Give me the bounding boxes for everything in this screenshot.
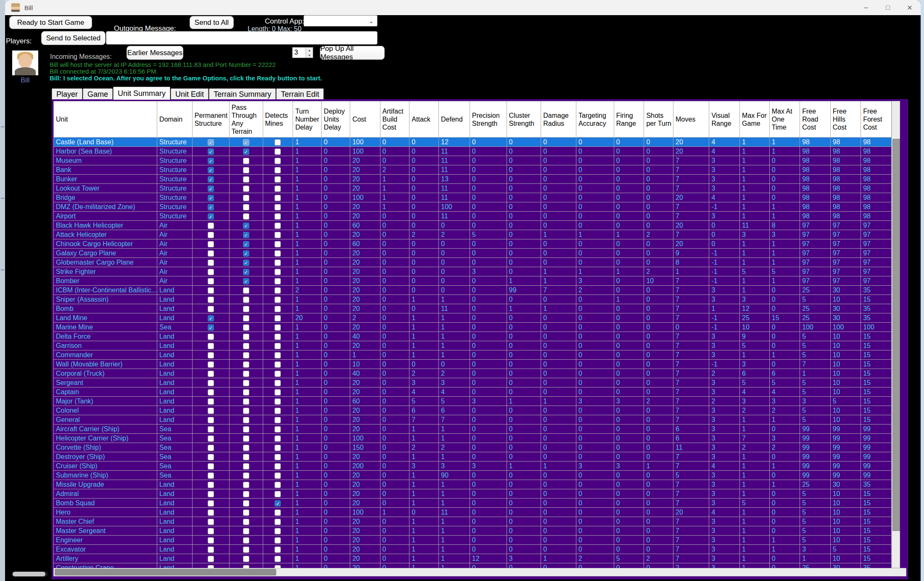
column-header[interactable]: Firing Range xyxy=(614,101,644,138)
checkbox-unchecked-icon[interactable] xyxy=(275,250,281,257)
checkbox-unchecked-icon[interactable] xyxy=(275,158,281,164)
checkbox-unchecked-icon[interactable] xyxy=(243,204,249,210)
checkbox-unchecked-icon[interactable] xyxy=(275,139,281,146)
message-count-stepper[interactable]: 3 ▲ ▼ xyxy=(292,47,313,58)
table-row[interactable]: CommanderLand101011000000731151015 xyxy=(54,350,892,360)
pop-up-all-messages-button[interactable]: Pop Up All Messages xyxy=(320,46,385,60)
checkbox-unchecked-icon[interactable] xyxy=(275,463,281,470)
checkbox-unchecked-icon[interactable] xyxy=(243,509,249,516)
tab-unit-edit[interactable]: Unit Edit xyxy=(171,88,209,100)
checkbox-unchecked-icon[interactable] xyxy=(243,556,249,562)
checkbox-unchecked-icon[interactable] xyxy=(275,167,281,173)
send-to-all-button[interactable]: Send to All xyxy=(190,16,234,29)
checkbox-checked-icon[interactable]: ✓ xyxy=(208,149,214,155)
checkbox-unchecked-icon[interactable] xyxy=(275,371,281,377)
table-row[interactable]: BunkerStructure✓102010130000007310989898 xyxy=(54,175,892,184)
table-row[interactable]: Missile UpgradeLand102001100000073112530… xyxy=(54,480,892,489)
checkbox-unchecked-icon[interactable] xyxy=(243,343,249,349)
checkbox-unchecked-icon[interactable] xyxy=(243,408,249,414)
column-header[interactable]: Permanent Structure xyxy=(192,101,229,138)
checkbox-unchecked-icon[interactable] xyxy=(208,519,214,525)
checkbox-unchecked-icon[interactable] xyxy=(208,380,214,386)
checkbox-unchecked-icon[interactable] xyxy=(275,223,281,229)
checkbox-unchecked-icon[interactable] xyxy=(243,297,249,303)
checkbox-unchecked-icon[interactable] xyxy=(243,213,249,220)
checkbox-unchecked-icon[interactable] xyxy=(275,324,281,331)
checkbox-unchecked-icon[interactable] xyxy=(243,435,249,442)
checkbox-unchecked-icon[interactable] xyxy=(208,565,214,568)
checkbox-unchecked-icon[interactable] xyxy=(208,408,214,414)
checkbox-unchecked-icon[interactable] xyxy=(208,287,214,294)
table-row[interactable]: Delta ForceLand1040011000000739051015 xyxy=(54,332,892,341)
table-row[interactable]: AdmiralLand1020011000000731051015 xyxy=(54,489,892,499)
table-h-scrollbar[interactable] xyxy=(53,568,906,576)
checkbox-checked-icon[interactable]: ✓ xyxy=(208,158,214,164)
checkbox-checked-icon[interactable]: ✓ xyxy=(243,278,249,284)
table-row[interactable]: BridgeStructure✓101001011000000204109898… xyxy=(54,193,892,202)
checkbox-unchecked-icon[interactable] xyxy=(243,334,249,340)
checkbox-unchecked-icon[interactable] xyxy=(275,417,281,423)
checkbox-unchecked-icon[interactable] xyxy=(275,269,281,275)
checkbox-unchecked-icon[interactable] xyxy=(275,176,281,183)
table-row[interactable]: Bomb SquadLand✓1020011000000735051015 xyxy=(54,499,892,508)
table-row[interactable]: EngineerLand1020011000000731151015 xyxy=(54,536,892,545)
column-header[interactable]: Free Forest Cost xyxy=(861,101,892,138)
table-row[interactable]: ICBM (Inter-Continental Ballistic...Land… xyxy=(54,286,892,295)
checkbox-unchecked-icon[interactable] xyxy=(208,426,214,432)
table-row[interactable]: Corvette (Ship)Sea1015002200000011322999… xyxy=(54,443,892,452)
table-row[interactable]: Lookout TowerStructure✓10201011000000731… xyxy=(54,184,892,193)
table-row[interactable]: Helicopter Carrier (Ship)Sea101000110000… xyxy=(54,434,892,443)
checkbox-unchecked-icon[interactable] xyxy=(275,547,281,553)
checkbox-unchecked-icon[interactable] xyxy=(208,454,214,460)
table-row[interactable]: GarrisonLand1020011000000735051015 xyxy=(54,341,892,350)
checkbox-unchecked-icon[interactable] xyxy=(208,269,214,275)
checkbox-unchecked-icon[interactable] xyxy=(275,380,281,386)
column-header[interactable]: Precision Strength xyxy=(470,101,507,138)
column-header[interactable]: Deploy Units Delay xyxy=(322,101,350,138)
checkbox-checked-icon[interactable]: ✓ xyxy=(243,269,249,275)
table-row[interactable]: Submarine (Ship)Sea102001900000005310999… xyxy=(54,471,892,480)
maximize-button[interactable]: □ xyxy=(877,0,899,15)
checkbox-unchecked-icon[interactable] xyxy=(243,445,249,451)
table-row[interactable]: Master ChiefLand1020011000000731051015 xyxy=(54,517,892,526)
checkbox-unchecked-icon[interactable] xyxy=(208,297,214,303)
table-row[interactable]: AirportStructure✓10200011000000731198989… xyxy=(54,212,892,221)
checkbox-checked-icon[interactable]: ✓ xyxy=(243,250,249,257)
checkbox-unchecked-icon[interactable] xyxy=(275,213,281,220)
spinner-up-icon[interactable]: ▲ xyxy=(306,48,313,53)
checkbox-unchecked-icon[interactable] xyxy=(208,547,214,553)
table-row[interactable]: BombLand1020001101100071120253035 xyxy=(54,304,892,313)
column-header[interactable]: Cost xyxy=(350,101,380,138)
minimize-button[interactable]: – xyxy=(855,0,877,15)
checkbox-unchecked-icon[interactable] xyxy=(243,500,249,507)
checkbox-unchecked-icon[interactable] xyxy=(275,426,281,432)
table-row[interactable]: Sniper (Assassin)Land1020011000010733051… xyxy=(54,295,892,304)
checkbox-unchecked-icon[interactable] xyxy=(208,537,214,544)
checkbox-unchecked-icon[interactable] xyxy=(275,297,281,303)
checkbox-unchecked-icon[interactable] xyxy=(208,463,214,470)
checkbox-unchecked-icon[interactable] xyxy=(208,556,214,562)
checkbox-unchecked-icon[interactable] xyxy=(275,556,281,562)
send-to-selected-button[interactable]: Send to Selected xyxy=(41,31,106,45)
table-row[interactable]: ArtilleryLand10200111231252731011015 xyxy=(54,554,892,563)
table-row[interactable]: ColonelLand1020066000000732251015 xyxy=(54,406,892,415)
checkbox-unchecked-icon[interactable] xyxy=(275,287,281,294)
column-header[interactable]: Free Road Cost xyxy=(800,101,831,138)
table-row[interactable]: SergeantLand1020033000000735551015 xyxy=(54,378,892,387)
spinner-down-icon[interactable]: ▼ xyxy=(306,53,313,58)
checkbox-unchecked-icon[interactable] xyxy=(208,250,214,257)
checkbox-unchecked-icon[interactable] xyxy=(243,454,249,460)
checkbox-unchecked-icon[interactable] xyxy=(243,167,249,173)
checkbox-unchecked-icon[interactable] xyxy=(275,241,281,247)
outgoing-message-input[interactable] xyxy=(106,31,378,45)
table-row[interactable]: Master SergeantLand102001100000073105101… xyxy=(54,526,892,536)
checkbox-checked-icon[interactable]: ✓ xyxy=(243,241,249,247)
checkbox-unchecked-icon[interactable] xyxy=(275,565,281,568)
checkbox-unchecked-icon[interactable] xyxy=(275,482,281,488)
checkbox-unchecked-icon[interactable] xyxy=(208,278,214,284)
checkbox-unchecked-icon[interactable] xyxy=(275,260,281,266)
checkbox-checked-icon[interactable]: ✓ xyxy=(208,213,214,220)
column-header[interactable]: Turn Number Delay xyxy=(293,101,322,138)
checkbox-unchecked-icon[interactable] xyxy=(208,371,214,377)
checkbox-unchecked-icon[interactable] xyxy=(243,361,249,368)
